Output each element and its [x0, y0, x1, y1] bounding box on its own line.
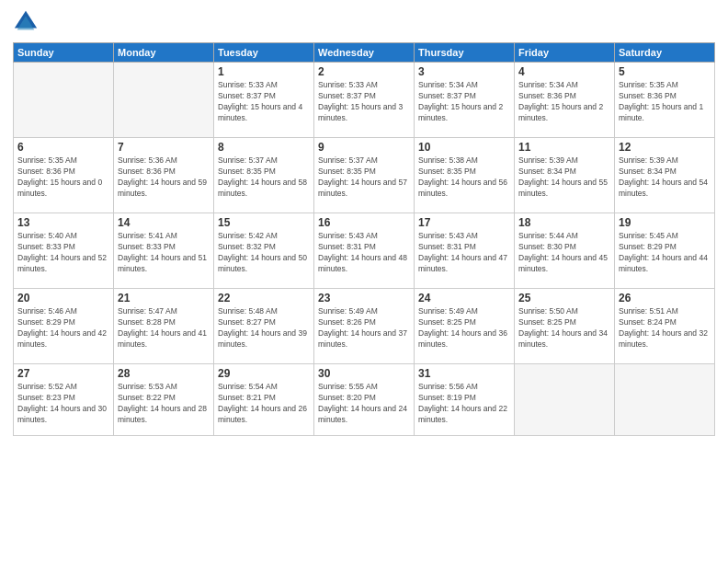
calendar-cell: 5Sunrise: 5:35 AMSunset: 8:36 PMDaylight…	[615, 63, 715, 138]
calendar-cell: 10Sunrise: 5:38 AMSunset: 8:35 PMDayligh…	[415, 138, 515, 213]
calendar-cell: 26Sunrise: 5:51 AMSunset: 8:24 PMDayligh…	[615, 289, 715, 364]
day-info: Sunrise: 5:37 AMSunset: 8:35 PMDaylight:…	[318, 155, 410, 200]
weekday-header-thursday: Thursday	[415, 43, 515, 63]
day-info: Sunrise: 5:35 AMSunset: 8:36 PMDaylight:…	[619, 80, 711, 124]
day-info: Sunrise: 5:56 AMSunset: 8:19 PMDaylight:…	[418, 382, 510, 426]
day-number: 20	[17, 292, 109, 304]
day-info: Sunrise: 5:41 AMSunset: 8:33 PMDaylight:…	[118, 231, 210, 275]
calendar-cell: 23Sunrise: 5:49 AMSunset: 8:26 PMDayligh…	[314, 289, 415, 364]
day-number: 17	[418, 216, 510, 229]
day-number: 15	[218, 216, 310, 229]
week-row-4: 20Sunrise: 5:46 AMSunset: 8:29 PMDayligh…	[14, 289, 715, 364]
day-number: 1	[218, 65, 310, 78]
day-info: Sunrise: 5:51 AMSunset: 8:24 PMDaylight:…	[619, 306, 711, 350]
day-number: 11	[518, 141, 610, 154]
day-info: Sunrise: 5:42 AMSunset: 8:32 PMDaylight:…	[218, 231, 310, 275]
calendar-cell: 4Sunrise: 5:34 AMSunset: 8:36 PMDaylight…	[515, 63, 615, 138]
calendar-cell: 2Sunrise: 5:33 AMSunset: 8:37 PMDaylight…	[314, 63, 415, 138]
calendar-cell: 17Sunrise: 5:43 AMSunset: 8:31 PMDayligh…	[415, 213, 515, 289]
week-row-2: 6Sunrise: 5:35 AMSunset: 8:36 PMDaylight…	[14, 138, 715, 213]
day-number: 3	[418, 65, 510, 78]
weekday-header-saturday: Saturday	[615, 43, 715, 63]
calendar-cell: 24Sunrise: 5:49 AMSunset: 8:25 PMDayligh…	[415, 289, 515, 364]
day-number: 22	[218, 292, 310, 304]
weekday-header-wednesday: Wednesday	[314, 43, 415, 63]
calendar-cell: 25Sunrise: 5:50 AMSunset: 8:25 PMDayligh…	[515, 289, 615, 364]
weekday-header-row: SundayMondayTuesdayWednesdayThursdayFrid…	[14, 43, 715, 63]
day-info: Sunrise: 5:49 AMSunset: 8:26 PMDaylight:…	[318, 306, 410, 350]
day-info: Sunrise: 5:47 AMSunset: 8:28 PMDaylight:…	[118, 306, 210, 350]
calendar-cell	[515, 364, 615, 436]
calendar-cell: 21Sunrise: 5:47 AMSunset: 8:28 PMDayligh…	[114, 289, 214, 364]
day-info: Sunrise: 5:34 AMSunset: 8:37 PMDaylight:…	[418, 80, 510, 124]
day-info: Sunrise: 5:45 AMSunset: 8:29 PMDaylight:…	[619, 231, 711, 275]
calendar-cell: 7Sunrise: 5:36 AMSunset: 8:36 PMDaylight…	[114, 138, 214, 213]
calendar-cell: 3Sunrise: 5:34 AMSunset: 8:37 PMDaylight…	[415, 63, 515, 138]
day-info: Sunrise: 5:52 AMSunset: 8:23 PMDaylight:…	[17, 382, 109, 426]
day-number: 6	[17, 141, 109, 154]
day-number: 7	[118, 141, 210, 154]
calendar-cell: 8Sunrise: 5:37 AMSunset: 8:35 PMDaylight…	[214, 138, 314, 213]
day-number: 8	[218, 141, 310, 154]
calendar-table: SundayMondayTuesdayWednesdayThursdayFrid…	[13, 42, 715, 436]
day-number: 30	[318, 367, 410, 380]
calendar-cell: 22Sunrise: 5:48 AMSunset: 8:27 PMDayligh…	[214, 289, 314, 364]
calendar-cell: 11Sunrise: 5:39 AMSunset: 8:34 PMDayligh…	[515, 138, 615, 213]
day-number: 5	[619, 65, 711, 78]
day-number: 2	[318, 65, 410, 78]
day-info: Sunrise: 5:33 AMSunset: 8:37 PMDaylight:…	[218, 80, 310, 124]
day-info: Sunrise: 5:39 AMSunset: 8:34 PMDaylight:…	[619, 155, 711, 200]
calendar-cell: 18Sunrise: 5:44 AMSunset: 8:30 PMDayligh…	[515, 213, 615, 289]
calendar-cell: 19Sunrise: 5:45 AMSunset: 8:29 PMDayligh…	[615, 213, 715, 289]
day-number: 13	[17, 216, 109, 229]
day-info: Sunrise: 5:46 AMSunset: 8:29 PMDaylight:…	[17, 306, 109, 350]
day-info: Sunrise: 5:43 AMSunset: 8:31 PMDaylight:…	[418, 231, 510, 275]
calendar-cell: 31Sunrise: 5:56 AMSunset: 8:19 PMDayligh…	[415, 364, 515, 436]
day-number: 18	[518, 216, 610, 229]
weekday-header-friday: Friday	[515, 43, 615, 63]
day-info: Sunrise: 5:36 AMSunset: 8:36 PMDaylight:…	[118, 155, 210, 200]
day-number: 27	[17, 367, 109, 380]
calendar-cell: 9Sunrise: 5:37 AMSunset: 8:35 PMDaylight…	[314, 138, 415, 213]
logo-icon	[13, 9, 39, 35]
day-number: 29	[218, 367, 310, 380]
day-number: 9	[318, 141, 410, 154]
day-number: 26	[619, 292, 711, 304]
day-info: Sunrise: 5:34 AMSunset: 8:36 PMDaylight:…	[518, 80, 610, 124]
day-info: Sunrise: 5:44 AMSunset: 8:30 PMDaylight:…	[518, 231, 610, 275]
day-number: 10	[418, 141, 510, 154]
day-number: 28	[118, 367, 210, 380]
weekday-header-tuesday: Tuesday	[214, 43, 314, 63]
calendar-cell: 30Sunrise: 5:55 AMSunset: 8:20 PMDayligh…	[314, 364, 415, 436]
header	[13, 9, 715, 35]
day-number: 21	[118, 292, 210, 304]
week-row-3: 13Sunrise: 5:40 AMSunset: 8:33 PMDayligh…	[14, 213, 715, 289]
day-number: 12	[619, 141, 711, 154]
day-info: Sunrise: 5:55 AMSunset: 8:20 PMDaylight:…	[318, 382, 410, 426]
day-info: Sunrise: 5:37 AMSunset: 8:35 PMDaylight:…	[218, 155, 310, 200]
calendar-cell	[615, 364, 715, 436]
calendar-cell: 14Sunrise: 5:41 AMSunset: 8:33 PMDayligh…	[114, 213, 214, 289]
weekday-header-monday: Monday	[114, 43, 214, 63]
day-number: 14	[118, 216, 210, 229]
day-number: 23	[318, 292, 410, 304]
weekday-header-sunday: Sunday	[14, 43, 114, 63]
calendar-cell: 1Sunrise: 5:33 AMSunset: 8:37 PMDaylight…	[214, 63, 314, 138]
calendar-cell: 29Sunrise: 5:54 AMSunset: 8:21 PMDayligh…	[214, 364, 314, 436]
day-number: 4	[518, 65, 610, 78]
calendar-cell: 12Sunrise: 5:39 AMSunset: 8:34 PMDayligh…	[615, 138, 715, 213]
calendar-cell: 16Sunrise: 5:43 AMSunset: 8:31 PMDayligh…	[314, 213, 415, 289]
calendar-cell: 13Sunrise: 5:40 AMSunset: 8:33 PMDayligh…	[14, 213, 114, 289]
day-info: Sunrise: 5:40 AMSunset: 8:33 PMDaylight:…	[17, 231, 109, 275]
day-number: 31	[418, 367, 510, 380]
week-row-5: 27Sunrise: 5:52 AMSunset: 8:23 PMDayligh…	[14, 364, 715, 436]
day-number: 19	[619, 216, 711, 229]
logo	[13, 9, 42, 35]
day-info: Sunrise: 5:53 AMSunset: 8:22 PMDaylight:…	[118, 382, 210, 426]
calendar-cell	[14, 63, 114, 138]
day-info: Sunrise: 5:39 AMSunset: 8:34 PMDaylight:…	[518, 155, 610, 200]
page: SundayMondayTuesdayWednesdayThursdayFrid…	[0, 0, 728, 563]
day-number: 16	[318, 216, 410, 229]
day-info: Sunrise: 5:50 AMSunset: 8:25 PMDaylight:…	[518, 306, 610, 350]
day-info: Sunrise: 5:54 AMSunset: 8:21 PMDaylight:…	[218, 382, 310, 426]
